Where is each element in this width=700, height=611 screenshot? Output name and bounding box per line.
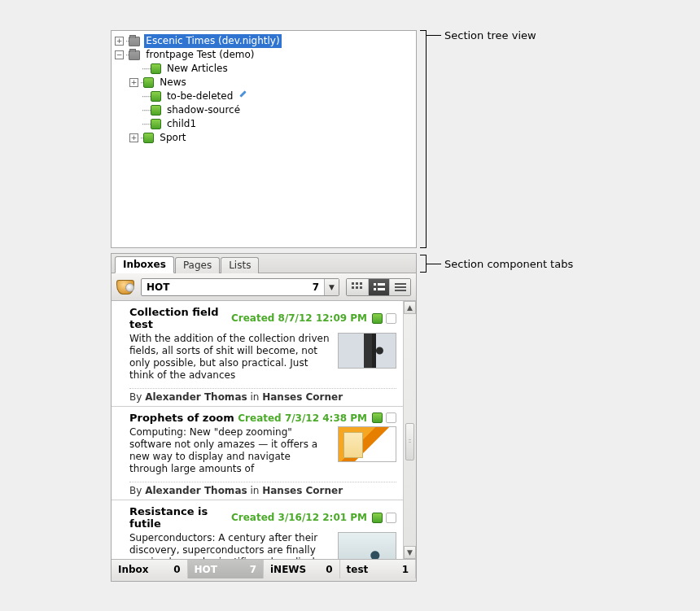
item-byline: By Alexander Thomas in Hanses Corner — [129, 388, 396, 403]
expand-icon[interactable]: + — [129, 78, 138, 87]
view-list-button[interactable] — [368, 279, 389, 295]
compact-icon — [395, 283, 406, 291]
svg-rect-2 — [360, 282, 362, 285]
expand-icon[interactable]: + — [115, 37, 124, 46]
status-empty-icon — [386, 513, 396, 523]
item-created: Created 7/3/12 4:38 PM — [238, 412, 367, 424]
section-icon — [151, 91, 161, 102]
item-summary: With the addition of the collection driv… — [129, 333, 330, 382]
collapse-icon[interactable]: − — [115, 50, 124, 59]
tree-row-shadow-source[interactable]: ····· shadow-sourcé — [115, 103, 411, 117]
section-icon — [151, 63, 161, 74]
status-empty-icon — [386, 412, 396, 423]
tree-label[interactable]: child1 — [165, 117, 198, 131]
section-icon — [151, 119, 161, 129]
item-summary: Computing: New "deep zooming" software n… — [129, 426, 330, 475]
section-tree[interactable]: + ·· Escenic Times (dev.nightly) − ·· fr… — [112, 31, 416, 148]
svg-rect-8 — [374, 288, 376, 290]
view-mode-group — [346, 278, 411, 296]
svg-rect-12 — [395, 290, 406, 291]
status-empty-icon — [386, 313, 396, 324]
inbox-selector[interactable]: HOT 7 ▼ — [141, 278, 339, 296]
tree-label[interactable]: New Articles — [165, 62, 230, 76]
tree-label[interactable]: frontpage Test (demo) — [144, 48, 256, 62]
list-icon — [374, 282, 385, 292]
tab-pages[interactable]: Pages — [175, 257, 220, 273]
scroll-up-button[interactable]: ▲ — [404, 301, 416, 314]
svg-rect-6 — [374, 283, 376, 286]
grid-icon — [352, 282, 363, 292]
item-created: Created 3/16/12 2:01 PM — [231, 512, 367, 523]
tree-row-sport[interactable]: + ·· Sport — [115, 131, 411, 145]
inbox-list[interactable]: Collection field test Created 8/7/12 12:… — [112, 301, 403, 559]
item-title: Resistance is futile — [129, 505, 231, 530]
inbox-statusbar: Inbox 0 HOT 7 iNEWS 0 test 1 — [112, 559, 416, 578]
inbox-icon — [116, 280, 134, 295]
item-created: Created 8/7/12 12:09 PM — [231, 312, 367, 324]
folder-icon — [129, 37, 140, 46]
list-item[interactable]: Collection field test Created 8/7/12 12:… — [112, 301, 403, 407]
vertical-scrollbar[interactable]: ▲ ▼ — [403, 301, 416, 559]
view-compact-button[interactable] — [389, 279, 410, 295]
section-icon — [143, 133, 154, 143]
svg-rect-4 — [356, 286, 358, 289]
chevron-down-icon[interactable]: ▼ — [324, 279, 339, 295]
item-summary: Superconductors: A century after their d… — [129, 532, 330, 559]
tab-inboxes[interactable]: Inboxes — [115, 256, 174, 273]
scroll-down-button[interactable]: ▼ — [404, 546, 416, 559]
svg-rect-9 — [378, 288, 385, 290]
pencil-icon — [238, 91, 249, 103]
tree-row-child1[interactable]: ····· child1 — [115, 117, 411, 131]
annotation-tree-label: Section tree view — [444, 29, 536, 41]
section-tree-panel: + ·· Escenic Times (dev.nightly) − ·· fr… — [111, 30, 417, 248]
view-grid-button[interactable] — [347, 279, 368, 295]
status-published-icon — [372, 313, 383, 324]
status-published-icon — [372, 412, 383, 423]
tree-label[interactable]: to-be-deleted — [165, 89, 234, 103]
svg-rect-11 — [395, 286, 406, 288]
tab-lists[interactable]: Lists — [221, 257, 259, 273]
status-published-icon — [372, 513, 383, 523]
item-title: Prophets of zoom — [129, 412, 238, 424]
tree-row-to-be-deleted[interactable]: ····· to-be-deleted — [115, 89, 411, 103]
status-cell-inbox[interactable]: Inbox 0 — [112, 560, 188, 578]
svg-rect-0 — [352, 282, 354, 285]
tree-row-new-articles[interactable]: ····· New Articles — [115, 62, 411, 76]
annotation-tabs-label: Section component tabs — [444, 258, 573, 270]
svg-rect-5 — [360, 286, 362, 289]
inbox-toolbar: HOT 7 ▼ — [112, 273, 416, 301]
svg-rect-3 — [352, 286, 354, 289]
item-thumbnail — [338, 333, 396, 369]
tree-label[interactable]: News — [158, 76, 187, 89]
status-cell-test[interactable]: test 1 — [340, 560, 417, 578]
inbox-list-area: Collection field test Created 8/7/12 12:… — [112, 301, 416, 559]
svg-rect-7 — [378, 283, 385, 286]
inbox-selector-count: 7 — [308, 281, 324, 293]
tree-row-root-frontpage[interactable]: − ·· frontpage Test (demo) — [115, 48, 411, 62]
list-item[interactable]: Prophets of zoom Created 7/3/12 4:38 PM … — [112, 407, 403, 500]
section-icon — [151, 105, 161, 116]
tree-label[interactable]: Escenic Times (dev.nightly) — [144, 34, 281, 48]
item-title: Collection field test — [129, 306, 231, 330]
component-tabbar: Inboxes Pages Lists — [112, 254, 416, 273]
section-components-panel: Inboxes Pages Lists HOT 7 ▼ — [111, 253, 417, 582]
scroll-thumb[interactable] — [405, 423, 414, 460]
list-item[interactable]: Resistance is futile Created 3/16/12 2:0… — [112, 500, 403, 559]
folder-icon — [129, 50, 140, 60]
tree-row-news[interactable]: + ·· News — [115, 76, 411, 89]
item-byline: By Alexander Thomas in Hanses Corner — [129, 482, 396, 496]
inbox-selector-label: HOT — [142, 281, 308, 293]
status-cell-hot[interactable]: HOT 7 — [188, 560, 265, 578]
svg-rect-10 — [395, 283, 406, 285]
section-icon — [143, 77, 154, 88]
status-cell-inews[interactable]: iNEWS 0 — [264, 560, 340, 578]
expand-icon[interactable]: + — [129, 133, 138, 142]
svg-rect-1 — [356, 282, 358, 285]
tree-row-root-escenic[interactable]: + ·· Escenic Times (dev.nightly) — [115, 34, 411, 48]
item-thumbnail — [338, 532, 396, 559]
item-thumbnail — [338, 426, 396, 462]
tree-label[interactable]: Sport — [158, 131, 187, 145]
tree-label[interactable]: shadow-sourcé — [165, 103, 242, 117]
